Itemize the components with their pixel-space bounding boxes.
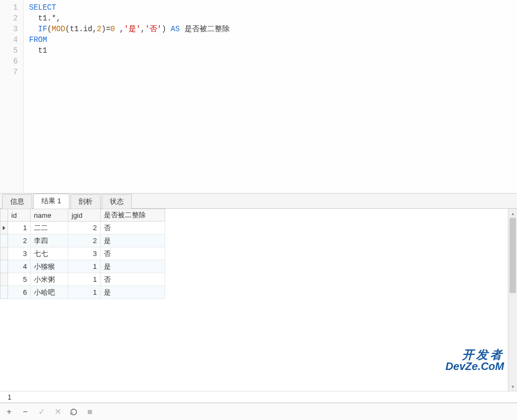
results-grid: idnamejgid是否被二整除 1二二2否2李四2是3七七3否4小猕猴1是5小… <box>0 209 165 299</box>
cell-id[interactable]: 4 <box>8 260 31 273</box>
add-row-button[interactable]: + <box>4 407 14 417</box>
column-header-id[interactable]: id <box>8 209 31 222</box>
code-line[interactable]: IF(MOD(t1.id,2)=0 ,'是','否') AS 是否被二整除 <box>29 24 517 34</box>
row-indicator-cell <box>1 273 8 286</box>
result-tabs: 信息结果 1剖析状态 <box>0 194 517 209</box>
cancel-button[interactable]: ✕ <box>53 407 62 417</box>
cell-divide[interactable]: 是 <box>101 260 165 273</box>
row-indicator-cell <box>1 260 8 273</box>
line-number: 3 <box>0 24 23 34</box>
cell-jgid[interactable]: 2 <box>68 234 101 247</box>
refresh-button[interactable] <box>69 407 79 417</box>
bottom-toolbar: + − ✓ ✕ ■ <box>0 403 517 420</box>
status-text: 1 <box>8 393 11 401</box>
scroll-up-arrow[interactable]: ▴ <box>508 209 517 218</box>
line-number: 5 <box>0 45 23 56</box>
column-header-name[interactable]: name <box>31 209 68 222</box>
line-number: 2 <box>0 13 23 24</box>
delete-row-button[interactable]: − <box>20 407 30 417</box>
cell-divide[interactable]: 否 <box>101 247 165 260</box>
current-row-icon <box>3 226 5 230</box>
cell-name[interactable]: 小猕猴 <box>31 260 68 273</box>
cell-id[interactable]: 1 <box>8 222 31 234</box>
code-line[interactable] <box>29 67 517 77</box>
scroll-thumb[interactable] <box>509 218 516 293</box>
table-row[interactable]: 5小米粥1否 <box>1 273 165 286</box>
tab-信息[interactable]: 信息 <box>2 194 32 209</box>
results-pane: idnamejgid是否被二整除 1二二2否2李四2是3七七3否4小猕猴1是5小… <box>0 209 517 391</box>
line-number: 4 <box>0 34 23 45</box>
cell-id[interactable]: 5 <box>8 273 31 286</box>
code-line[interactable]: SELECT <box>29 2 517 13</box>
code-line[interactable]: t1.*, <box>29 13 517 24</box>
cell-name[interactable]: 七七 <box>31 247 68 260</box>
cell-jgid[interactable]: 2 <box>68 222 101 234</box>
cell-name[interactable]: 小米粥 <box>31 273 68 286</box>
cell-id[interactable]: 6 <box>8 286 31 299</box>
table-row[interactable]: 6小哈吧1是 <box>1 286 165 299</box>
stop-button[interactable]: ■ <box>85 407 95 417</box>
cell-divide[interactable]: 否 <box>101 273 165 286</box>
line-number: 1 <box>0 2 23 13</box>
status-bar: 1 <box>0 391 517 403</box>
sql-editor-pane: 1234567 SELECT t1.*, IF(MOD(t1.id,2)=0 ,… <box>0 0 517 194</box>
cell-jgid[interactable]: 1 <box>68 286 101 299</box>
row-indicator-cell <box>1 222 8 234</box>
table-row[interactable]: 4小猕猴1是 <box>1 260 165 273</box>
cell-jgid[interactable]: 1 <box>68 273 101 286</box>
vertical-scrollbar[interactable]: ▴ ▾ <box>508 209 517 391</box>
table-row[interactable]: 3七七3否 <box>1 247 165 260</box>
cell-divide[interactable]: 是 <box>101 286 165 299</box>
refresh-icon <box>70 408 77 416</box>
tab-结果 1[interactable]: 结果 1 <box>33 194 69 209</box>
table-row[interactable]: 2李四2是 <box>1 234 165 247</box>
row-indicator-cell <box>1 247 8 260</box>
row-indicator-cell <box>1 234 8 247</box>
results-scroll[interactable]: idnamejgid是否被二整除 1二二2否2李四2是3七七3否4小猕猴1是5小… <box>0 209 508 391</box>
cell-divide[interactable]: 是 <box>101 234 165 247</box>
cell-jgid[interactable]: 1 <box>68 260 101 273</box>
cell-id[interactable]: 3 <box>8 247 31 260</box>
column-header-jgid[interactable]: jgid <box>68 209 101 222</box>
sql-code-area[interactable]: SELECT t1.*, IF(MOD(t1.id,2)=0 ,'是','否')… <box>24 0 517 193</box>
cell-jgid[interactable]: 3 <box>68 247 101 260</box>
cell-name[interactable]: 小哈吧 <box>31 286 68 299</box>
line-number: 7 <box>0 67 23 77</box>
tab-剖析[interactable]: 剖析 <box>70 194 101 209</box>
editor-gutter: 1234567 <box>0 0 24 193</box>
cell-id[interactable]: 2 <box>8 234 31 247</box>
code-line[interactable] <box>29 56 517 67</box>
column-header-是否被二整除[interactable]: 是否被二整除 <box>101 209 165 222</box>
code-line[interactable]: FROM <box>29 34 517 45</box>
tab-状态[interactable]: 状态 <box>102 194 132 209</box>
table-row[interactable]: 1二二2否 <box>1 222 165 234</box>
cell-divide[interactable]: 否 <box>101 222 165 234</box>
scroll-down-arrow[interactable]: ▾ <box>508 382 517 391</box>
line-number: 6 <box>0 56 23 67</box>
row-header-corner <box>1 209 8 222</box>
row-indicator-cell <box>1 286 8 299</box>
cell-name[interactable]: 二二 <box>31 222 68 234</box>
cell-name[interactable]: 李四 <box>31 234 68 247</box>
code-line[interactable]: t1 <box>29 45 517 56</box>
apply-button[interactable]: ✓ <box>37 407 46 417</box>
